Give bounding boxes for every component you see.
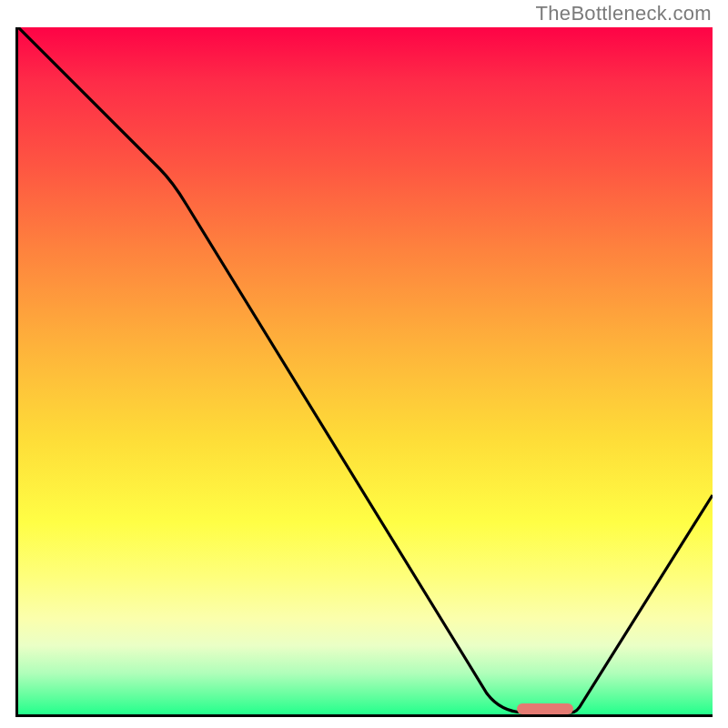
watermark-text: TheBottleneck.com	[536, 2, 712, 25]
plot-area	[15, 27, 713, 717]
bottleneck-chart: TheBottleneck.com	[0, 0, 728, 728]
optimal-marker	[517, 703, 573, 714]
curve-svg	[18, 27, 713, 714]
bottleneck-curve	[18, 27, 713, 713]
